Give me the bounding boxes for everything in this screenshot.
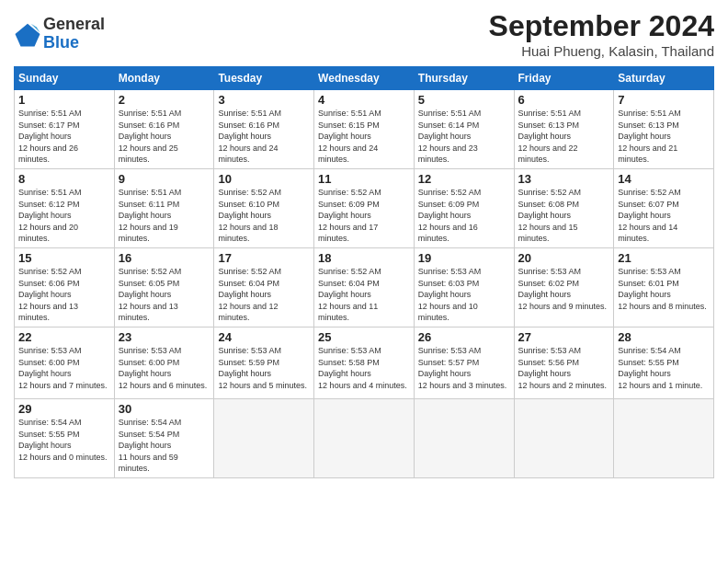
calendar-cell: 25Sunrise: 5:53 AMSunset: 5:58 PMDayligh… bbox=[314, 327, 415, 398]
day-number: 30 bbox=[119, 402, 210, 416]
day-number: 25 bbox=[318, 330, 410, 344]
month-title: September 2024 bbox=[489, 9, 714, 43]
calendar-cell: 26Sunrise: 5:53 AMSunset: 5:57 PMDayligh… bbox=[414, 327, 514, 398]
day-info: Sunrise: 5:52 AMSunset: 6:05 PMDaylight … bbox=[119, 266, 210, 324]
calendar-week-row: 1Sunrise: 5:51 AMSunset: 6:17 PMDaylight… bbox=[15, 90, 714, 169]
day-number: 9 bbox=[119, 172, 210, 186]
location-title: Huai Phueng, Kalasin, Thailand bbox=[489, 43, 714, 59]
day-number: 20 bbox=[518, 251, 610, 265]
day-number: 12 bbox=[418, 172, 510, 186]
day-info: Sunrise: 5:52 AMSunset: 6:07 PMDaylight … bbox=[618, 187, 710, 245]
header-sunday: Sunday bbox=[15, 67, 115, 90]
day-info: Sunrise: 5:53 AMSunset: 6:03 PMDaylight … bbox=[418, 266, 510, 324]
day-info: Sunrise: 5:53 AMSunset: 6:00 PMDaylight … bbox=[18, 345, 110, 391]
day-info: Sunrise: 5:52 AMSunset: 6:09 PMDaylight … bbox=[418, 187, 510, 245]
calendar-cell: 24Sunrise: 5:53 AMSunset: 5:59 PMDayligh… bbox=[214, 327, 314, 398]
calendar-cell bbox=[214, 398, 314, 477]
page-container: General Blue September 2024 Huai Phueng,… bbox=[0, 0, 728, 488]
calendar-cell: 10Sunrise: 5:52 AMSunset: 6:10 PMDayligh… bbox=[214, 168, 314, 247]
calendar-cell: 18Sunrise: 5:52 AMSunset: 6:04 PMDayligh… bbox=[314, 247, 415, 327]
day-number: 21 bbox=[618, 251, 710, 265]
day-number: 13 bbox=[518, 172, 610, 186]
title-section: September 2024 Huai Phueng, Kalasin, Tha… bbox=[489, 9, 714, 59]
header-thursday: Thursday bbox=[414, 67, 514, 90]
day-info: Sunrise: 5:54 AMSunset: 5:55 PMDaylight … bbox=[18, 417, 110, 463]
day-info: Sunrise: 5:53 AMSunset: 6:02 PMDaylight … bbox=[518, 266, 610, 312]
calendar-week-row: 29Sunrise: 5:54 AMSunset: 5:55 PMDayligh… bbox=[15, 398, 714, 477]
day-number: 10 bbox=[218, 172, 310, 186]
day-number: 18 bbox=[318, 251, 410, 265]
calendar-cell: 6Sunrise: 5:51 AMSunset: 6:13 PMDaylight… bbox=[514, 90, 614, 169]
day-info: Sunrise: 5:51 AMSunset: 6:14 PMDaylight … bbox=[418, 108, 510, 166]
day-info: Sunrise: 5:51 AMSunset: 6:13 PMDaylight … bbox=[518, 108, 610, 166]
logo-text: General Blue bbox=[43, 16, 105, 52]
day-number: 8 bbox=[18, 172, 110, 186]
day-info: Sunrise: 5:54 AMSunset: 5:55 PMDaylight … bbox=[618, 345, 710, 391]
calendar-cell: 23Sunrise: 5:53 AMSunset: 6:00 PMDayligh… bbox=[114, 327, 214, 398]
calendar-cell: 16Sunrise: 5:52 AMSunset: 6:05 PMDayligh… bbox=[114, 247, 214, 327]
calendar-cell: 1Sunrise: 5:51 AMSunset: 6:17 PMDaylight… bbox=[15, 90, 115, 169]
calendar-cell: 19Sunrise: 5:53 AMSunset: 6:03 PMDayligh… bbox=[414, 247, 514, 327]
calendar-cell: 15Sunrise: 5:52 AMSunset: 6:06 PMDayligh… bbox=[15, 247, 115, 327]
calendar-cell: 12Sunrise: 5:52 AMSunset: 6:09 PMDayligh… bbox=[414, 168, 514, 247]
calendar-cell: 29Sunrise: 5:54 AMSunset: 5:55 PMDayligh… bbox=[15, 398, 115, 477]
day-number: 1 bbox=[18, 93, 110, 107]
calendar-cell: 22Sunrise: 5:53 AMSunset: 6:00 PMDayligh… bbox=[15, 327, 115, 398]
day-info: Sunrise: 5:51 AMSunset: 6:16 PMDaylight … bbox=[119, 108, 210, 166]
logo: General Blue bbox=[14, 16, 105, 52]
day-number: 17 bbox=[218, 251, 310, 265]
day-info: Sunrise: 5:52 AMSunset: 6:08 PMDaylight … bbox=[518, 187, 610, 245]
day-info: Sunrise: 5:53 AMSunset: 5:57 PMDaylight … bbox=[418, 345, 510, 391]
weekday-header-row: Sunday Monday Tuesday Wednesday Thursday… bbox=[15, 67, 714, 90]
day-info: Sunrise: 5:51 AMSunset: 6:17 PMDaylight … bbox=[18, 108, 110, 166]
logo-icon bbox=[14, 20, 41, 48]
day-info: Sunrise: 5:53 AMSunset: 5:56 PMDaylight … bbox=[518, 345, 610, 391]
day-number: 19 bbox=[418, 251, 510, 265]
day-number: 7 bbox=[618, 93, 710, 107]
calendar-cell: 3Sunrise: 5:51 AMSunset: 6:16 PMDaylight… bbox=[214, 90, 314, 169]
day-number: 24 bbox=[218, 330, 310, 344]
calendar-cell: 8Sunrise: 5:51 AMSunset: 6:12 PMDaylight… bbox=[15, 168, 115, 247]
calendar-cell: 21Sunrise: 5:53 AMSunset: 6:01 PMDayligh… bbox=[614, 247, 714, 327]
header-monday: Monday bbox=[114, 67, 214, 90]
day-info: Sunrise: 5:54 AMSunset: 5:54 PMDaylight … bbox=[119, 417, 210, 475]
calendar-cell: 2Sunrise: 5:51 AMSunset: 6:16 PMDaylight… bbox=[114, 90, 214, 169]
day-info: Sunrise: 5:52 AMSunset: 6:04 PMDaylight … bbox=[318, 266, 410, 324]
calendar-cell: 11Sunrise: 5:52 AMSunset: 6:09 PMDayligh… bbox=[314, 168, 415, 247]
header-wednesday: Wednesday bbox=[314, 67, 415, 90]
day-number: 5 bbox=[418, 93, 510, 107]
day-info: Sunrise: 5:52 AMSunset: 6:09 PMDaylight … bbox=[318, 187, 410, 245]
calendar-cell: 5Sunrise: 5:51 AMSunset: 6:14 PMDaylight… bbox=[414, 90, 514, 169]
header-friday: Friday bbox=[514, 67, 614, 90]
day-number: 26 bbox=[418, 330, 510, 344]
day-number: 27 bbox=[518, 330, 610, 344]
day-info: Sunrise: 5:53 AMSunset: 6:00 PMDaylight … bbox=[119, 345, 210, 391]
calendar-cell: 4Sunrise: 5:51 AMSunset: 6:15 PMDaylight… bbox=[314, 90, 415, 169]
day-info: Sunrise: 5:52 AMSunset: 6:04 PMDaylight … bbox=[218, 266, 310, 324]
calendar-cell: 13Sunrise: 5:52 AMSunset: 6:08 PMDayligh… bbox=[514, 168, 614, 247]
day-number: 23 bbox=[119, 330, 210, 344]
calendar-cell: 27Sunrise: 5:53 AMSunset: 5:56 PMDayligh… bbox=[514, 327, 614, 398]
calendar-cell: 20Sunrise: 5:53 AMSunset: 6:02 PMDayligh… bbox=[514, 247, 614, 327]
day-info: Sunrise: 5:51 AMSunset: 6:13 PMDaylight … bbox=[618, 108, 710, 166]
calendar-cell: 30Sunrise: 5:54 AMSunset: 5:54 PMDayligh… bbox=[114, 398, 214, 477]
day-info: Sunrise: 5:51 AMSunset: 6:16 PMDaylight … bbox=[218, 108, 310, 166]
day-number: 29 bbox=[18, 402, 110, 416]
day-info: Sunrise: 5:53 AMSunset: 5:59 PMDaylight … bbox=[218, 345, 310, 391]
calendar-cell bbox=[614, 398, 714, 477]
calendar-cell bbox=[514, 398, 614, 477]
day-number: 28 bbox=[618, 330, 710, 344]
day-info: Sunrise: 5:53 AMSunset: 5:58 PMDaylight … bbox=[318, 345, 410, 391]
calendar-cell bbox=[414, 398, 514, 477]
calendar-cell: 7Sunrise: 5:51 AMSunset: 6:13 PMDaylight… bbox=[614, 90, 714, 169]
day-number: 22 bbox=[18, 330, 110, 344]
day-info: Sunrise: 5:51 AMSunset: 6:11 PMDaylight … bbox=[119, 187, 210, 245]
day-number: 6 bbox=[518, 93, 610, 107]
day-info: Sunrise: 5:52 AMSunset: 6:10 PMDaylight … bbox=[218, 187, 310, 245]
day-info: Sunrise: 5:51 AMSunset: 6:12 PMDaylight … bbox=[18, 187, 110, 245]
day-info: Sunrise: 5:52 AMSunset: 6:06 PMDaylight … bbox=[18, 266, 110, 324]
calendar-table: Sunday Monday Tuesday Wednesday Thursday… bbox=[14, 66, 714, 478]
calendar-week-row: 8Sunrise: 5:51 AMSunset: 6:12 PMDaylight… bbox=[15, 168, 714, 247]
day-info: Sunrise: 5:51 AMSunset: 6:15 PMDaylight … bbox=[318, 108, 410, 166]
calendar-cell: 14Sunrise: 5:52 AMSunset: 6:07 PMDayligh… bbox=[614, 168, 714, 247]
